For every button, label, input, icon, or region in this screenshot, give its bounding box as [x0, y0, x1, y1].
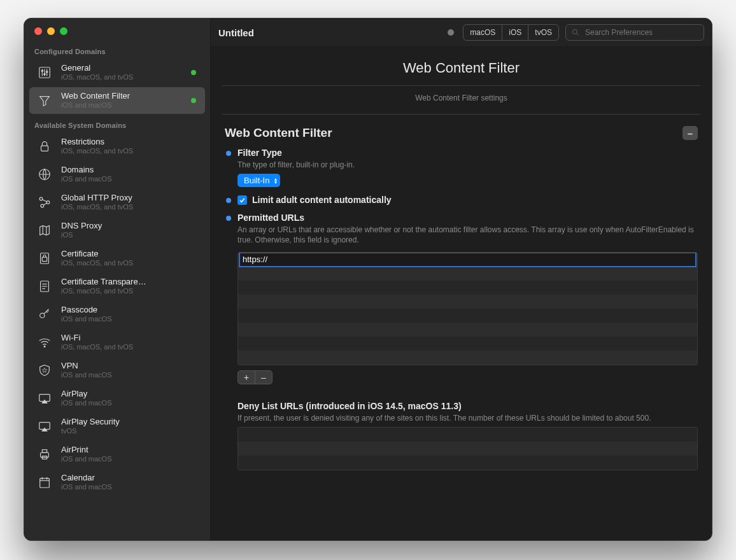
sidebar-item-label: VPN — [61, 361, 199, 371]
denylist-desc: If present, the user is denied visiting … — [237, 413, 698, 423]
sidebar-item-sub: iOS and macOS — [61, 175, 199, 183]
page-heading: Web Content Filter — [222, 47, 700, 86]
key-icon — [36, 305, 53, 323]
filter-type-label: Filter Type — [237, 148, 698, 158]
sidebar-item-label: AirPlay Security — [61, 417, 199, 427]
collapse-section-button[interactable]: – — [683, 126, 698, 140]
sidebar-item-web-content-filter[interactable]: Web Content FilteriOS and macOS — [29, 87, 205, 114]
wifi-icon — [36, 333, 53, 351]
permitted-urls-stepper: + – — [237, 370, 272, 384]
sidebar-item-sub: tvOS — [61, 427, 199, 435]
remove-url-button[interactable]: – — [255, 371, 272, 384]
sidebar-item-airprint[interactable]: AirPrintiOS and macOS — [29, 441, 205, 468]
svg-point-4 — [41, 70, 43, 71]
sidebar-item-domains[interactable]: DomainsiOS and macOS — [29, 161, 205, 188]
platform-macos[interactable]: macOS — [464, 25, 502, 40]
sidebar-item-wi-fi[interactable]: Wi-FiiOS, macOS, and tvOS — [29, 329, 205, 356]
lock-icon — [36, 137, 53, 155]
airplay-icon — [36, 417, 53, 435]
sidebar-item-label: Calendar — [61, 473, 199, 483]
sidebar-item-restrictions[interactable]: RestrictionsiOS, macOS, and tvOS — [29, 133, 205, 160]
sidebar-header-configured: Configured Domains — [24, 41, 210, 58]
svg-rect-27 — [40, 479, 50, 488]
table-row[interactable] — [238, 281, 697, 295]
limit-adult-label: Limit adult content automatically — [252, 195, 392, 205]
section-web-content-filter: Web Content Filter – Filter Type The typ… — [211, 115, 712, 473]
svg-point-20 — [40, 313, 45, 318]
table-row[interactable] — [238, 323, 697, 337]
add-url-button[interactable]: + — [238, 371, 255, 384]
platform-ios[interactable]: iOS — [502, 25, 528, 40]
sidebar-header-available: Available System Domains — [24, 115, 210, 132]
sidebar-item-sub: iOS and macOS — [61, 371, 199, 379]
table-row[interactable] — [238, 267, 697, 281]
svg-rect-25 — [42, 450, 46, 453]
printer-icon — [36, 445, 53, 463]
sidebar-item-sub: iOS, macOS, and tvOS — [61, 259, 199, 267]
filter-type-desc: The type of filter, built-in or plug-in. — [237, 160, 698, 170]
svg-point-9 — [39, 197, 43, 200]
section-title: Web Content Filter — [225, 126, 676, 140]
sidebar-item-sub: iOS, macOS, and tvOS — [61, 343, 199, 351]
page-subheading: Web Content Filter settings — [222, 86, 700, 115]
table-row[interactable] — [238, 309, 697, 323]
field-filter-type: Filter Type The type of filter, built-in… — [225, 140, 698, 187]
sidebar-item-sub: iOS and macOS — [61, 483, 199, 491]
sidebar-item-label: Restrictions — [61, 137, 199, 147]
sidebar-item-sub: iOS, macOS, and tvOS — [61, 203, 199, 211]
bullet-icon — [226, 216, 231, 221]
table-row[interactable] — [238, 428, 697, 442]
chevron-up-down-icon: ▴▾ — [274, 178, 277, 184]
table-row[interactable] — [238, 295, 697, 309]
permitted-urls-label: Permitted URLs — [237, 213, 698, 223]
search-input[interactable] — [584, 27, 698, 38]
sidebar-item-label: General — [61, 64, 183, 73]
sidebar-item-label: Certificate — [61, 249, 199, 259]
close-window-button[interactable] — [34, 27, 42, 35]
permitted-url-input[interactable] — [239, 252, 697, 267]
platform-tvos[interactable]: tvOS — [528, 25, 558, 40]
sidebar-item-label: Wi-Fi — [61, 333, 199, 343]
svg-point-6 — [46, 71, 47, 73]
field-permitted-urls: Permitted URLs An array or URLs that are… — [225, 205, 698, 470]
sidebar-item-vpn[interactable]: VPNiOS and macOS — [29, 357, 205, 384]
zoom-window-button[interactable] — [60, 27, 67, 35]
window-controls — [24, 18, 210, 41]
sidebar-item-passcode[interactable]: PasscodeiOS and macOS — [29, 301, 205, 328]
status-indicator — [191, 70, 196, 75]
table-row[interactable] — [238, 337, 697, 351]
table-row[interactable] — [238, 442, 697, 456]
sidebar-item-airplay[interactable]: AirPlayiOS and macOS — [29, 385, 205, 412]
permitted-urls-desc: An array or URLs that are accessible whe… — [237, 225, 698, 245]
cert2-icon — [36, 277, 53, 295]
sidebar-item-sub: iOS, macOS, and tvOS — [61, 287, 199, 295]
field-limit-adult: Limit adult content automatically — [225, 187, 698, 205]
sidebar-item-airplay-security[interactable]: AirPlay SecuritytvOS — [29, 413, 205, 440]
main-area: Untitled macOS iOS tvOS Web Content Filt… — [211, 18, 712, 540]
status-indicator — [191, 98, 196, 103]
map-icon — [36, 221, 53, 239]
sidebar-item-label: AirPrint — [61, 445, 199, 455]
sidebar-item-certificate[interactable]: CertificateiOS, macOS, and tvOS — [29, 245, 205, 272]
content-scroll[interactable]: Web Content Filter Web Content Filter se… — [211, 47, 712, 540]
sidebar-item-dns-proxy[interactable]: DNS ProxyiOS — [29, 217, 205, 244]
sidebar-item-general[interactable]: GeneraliOS, macOS, and tvOS — [29, 59, 205, 86]
svg-point-11 — [41, 204, 44, 207]
minimize-window-button[interactable] — [47, 27, 55, 35]
table-row[interactable] — [238, 456, 697, 470]
sidebar-item-certificate-transpare-[interactable]: Certificate Transpare…iOS, macOS, and tv… — [29, 273, 205, 300]
svg-point-5 — [44, 74, 45, 75]
funnel-icon — [36, 92, 53, 109]
limit-adult-checkbox[interactable] — [237, 195, 247, 205]
platform-segmented-control[interactable]: macOS iOS tvOS — [463, 24, 559, 41]
denylist-urls-table[interactable] — [237, 427, 698, 470]
permitted-urls-table[interactable] — [237, 252, 698, 365]
table-row[interactable] — [238, 351, 697, 365]
svg-rect-24 — [41, 452, 49, 457]
sidebar-item-sub: iOS and macOS — [61, 101, 183, 109]
filter-type-popup[interactable]: Built-In ▴▾ — [237, 174, 280, 187]
toolbar: Untitled macOS iOS tvOS — [211, 18, 712, 47]
sidebar-item-global-http-proxy[interactable]: Global HTTP ProxyiOS, macOS, and tvOS — [29, 189, 205, 216]
search-field[interactable] — [565, 24, 704, 41]
sidebar-item-calendar[interactable]: CalendariOS and macOS — [29, 469, 205, 496]
